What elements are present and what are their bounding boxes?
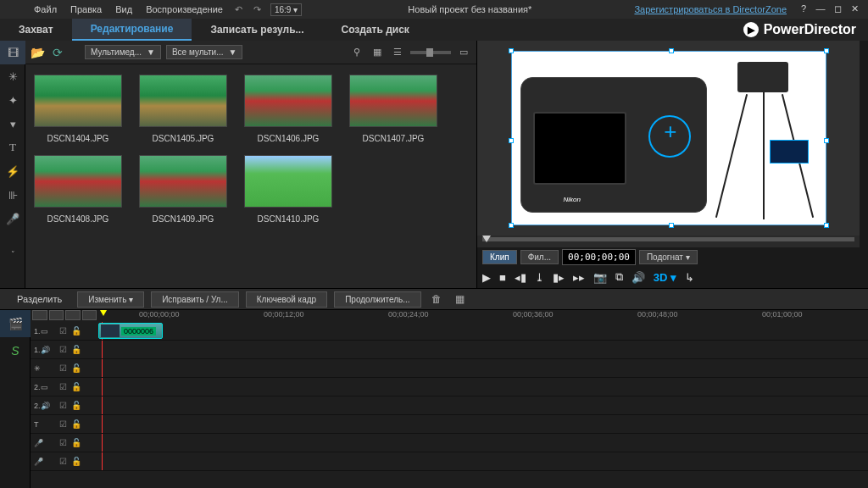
media-thumb[interactable]: DSCN1408.JPG <box>34 155 122 224</box>
media-thumb[interactable]: DSCN1409.JPG <box>139 155 227 224</box>
play-icon[interactable]: ▶ <box>482 271 491 284</box>
lock-icon[interactable]: 🔓 <box>71 438 81 448</box>
timeline-view-3[interactable] <box>65 310 81 320</box>
volume-icon[interactable]: 🔊 <box>632 271 645 284</box>
visibility-icon[interactable]: ☑ <box>58 326 68 336</box>
room-voice[interactable]: 🎤 <box>0 207 25 230</box>
thumbnail-size-slider[interactable] <box>410 51 451 54</box>
minimize-icon[interactable]: — <box>814 3 827 15</box>
library-filter-dropdown[interactable]: Все мульти...▼ <box>166 45 242 59</box>
room-media[interactable]: 🎞 <box>0 41 25 64</box>
lock-icon[interactable]: 🔓 <box>71 419 81 430</box>
media-thumb[interactable]: DSCN1407.JPG <box>349 75 437 143</box>
menu-file[interactable]: Файл <box>27 4 64 14</box>
library-category-dropdown[interactable]: Мультимед...▼ <box>85 45 161 59</box>
visibility-icon[interactable]: ☑ <box>58 382 68 392</box>
undo-icon[interactable]: ↶ <box>231 2 247 17</box>
visibility-icon[interactable]: ☑ <box>58 363 68 374</box>
lock-icon[interactable]: 🔓 <box>71 382 81 392</box>
lock-icon[interactable]: 🔓 <box>71 457 81 467</box>
track-header[interactable]: 🎤☑🔓 <box>31 452 98 471</box>
slideshow-mode-icon[interactable]: S <box>0 337 31 364</box>
more-options-icon[interactable]: ▦ <box>452 293 468 305</box>
library-menu-icon[interactable]: ▭ <box>456 45 471 60</box>
directorzone-link[interactable]: Зарегистрироваться в DirectorZone <box>634 4 787 14</box>
close-icon[interactable]: ✕ <box>848 3 861 15</box>
track-header[interactable]: 1.🔊☑🔓 <box>31 341 98 359</box>
menu-edit[interactable]: Правка <box>64 4 108 14</box>
selected-clip-frame[interactable]: + Nikon <box>511 51 826 225</box>
timeline-view-2[interactable] <box>49 310 64 320</box>
trash-icon[interactable]: 🗑 <box>428 293 445 305</box>
tab-capture[interactable]: Захват <box>0 19 72 41</box>
search-icon[interactable]: ⚲ <box>349 45 364 60</box>
maximize-icon[interactable]: ◻ <box>831 3 844 15</box>
refresh-icon[interactable]: ⟳ <box>53 46 70 59</box>
keyframe-button[interactable]: Ключевой кадр <box>246 291 327 308</box>
stop-icon[interactable]: ■ <box>499 271 506 284</box>
snapshot-icon[interactable]: 📷 <box>593 271 607 284</box>
prev-frame-icon[interactable]: ◂▮ <box>515 271 526 284</box>
lock-icon[interactable]: 🔓 <box>71 363 81 374</box>
menu-view[interactable]: Вид <box>108 4 139 14</box>
duration-button[interactable]: Продолжитель... <box>334 291 420 308</box>
split-button[interactable]: Разделить <box>8 294 70 304</box>
media-thumb[interactable]: DSCN1406.JPG <box>244 75 332 143</box>
preview-mode-clip[interactable]: Клип <box>482 250 517 264</box>
media-thumb[interactable]: DSCN1410.JPG <box>244 155 332 224</box>
lock-icon[interactable]: 🔓 <box>71 345 81 355</box>
import-folder-icon[interactable]: 📂 <box>31 46 47 59</box>
menu-playback[interactable]: Воспроизведение <box>139 4 230 14</box>
track-header[interactable]: 1.▭☑🔓 <box>31 322 98 341</box>
visibility-icon[interactable]: ☑ <box>58 401 68 411</box>
room-audio-mix[interactable]: ⊪ <box>0 183 25 207</box>
track-header[interactable]: 🎤☑🔓 <box>31 434 98 452</box>
room-pip[interactable]: ✦ <box>0 88 25 112</box>
redo-icon[interactable]: ↷ <box>250 2 265 17</box>
visibility-icon[interactable]: ☑ <box>58 419 68 430</box>
preview-canvas[interactable]: + Nikon <box>477 41 860 236</box>
room-transition[interactable]: ⚡ <box>0 159 25 183</box>
room-title[interactable]: T <box>0 136 25 159</box>
aspect-ratio-selector[interactable]: 16:9 ▾ <box>270 3 302 16</box>
fit-button[interactable]: Подогнат ▾ <box>639 250 698 264</box>
room-fx[interactable]: ✳ <box>0 64 25 88</box>
fast-forward-icon[interactable]: ▸▸ <box>573 271 585 284</box>
preview-mode-film[interactable]: Фил... <box>520 250 559 264</box>
room-particle[interactable]: ▾ <box>0 112 25 136</box>
undock-icon[interactable]: ↳ <box>685 271 694 284</box>
modify-button[interactable]: Изменить ▾ <box>77 291 144 308</box>
display-icon[interactable]: ⧉ <box>615 270 623 284</box>
lock-icon[interactable]: 🔓 <box>71 326 81 336</box>
step-icon[interactable]: ⤓ <box>535 271 544 284</box>
tab-edit[interactable]: Редактирование <box>72 19 192 41</box>
preview-scrubber[interactable] <box>477 236 860 247</box>
help-icon[interactable]: ? <box>797 3 810 15</box>
timeline-view-4[interactable] <box>82 310 97 320</box>
room-more[interactable]: ˅ <box>0 242 25 266</box>
media-thumb[interactable]: DSCN1404.JPG <box>34 75 122 143</box>
media-thumb[interactable]: DSCN1405.JPG <box>139 75 227 143</box>
timecode-display[interactable]: 00;00;00;00 <box>562 249 636 265</box>
track-content-area[interactable]: 0000006 <box>98 322 868 471</box>
3d-button[interactable]: 3D ▾ <box>654 271 676 284</box>
track-header[interactable]: T☑🔓 <box>31 415 98 434</box>
list-view-icon[interactable]: ☰ <box>390 45 405 60</box>
timeline-view-1[interactable] <box>32 310 47 320</box>
playhead-icon[interactable] <box>100 310 107 316</box>
track-header[interactable]: ✳☑🔓 <box>31 359 98 378</box>
timeline-clip[interactable]: 0000006 <box>98 323 163 339</box>
track-header[interactable]: 2.▭☑🔓 <box>31 378 98 396</box>
grid-view-icon[interactable]: ▦ <box>370 45 385 60</box>
tab-disc[interactable]: Создать диск <box>323 19 428 41</box>
lock-icon[interactable]: 🔓 <box>71 401 81 411</box>
fix-enhance-button[interactable]: Исправить / Ул... <box>151 291 239 308</box>
visibility-icon[interactable]: ☑ <box>58 438 68 448</box>
movie-mode-icon[interactable]: 🎬 <box>0 310 31 337</box>
track-header[interactable]: 2.🔊☑🔓 <box>31 396 98 415</box>
tab-produce[interactable]: Записать резуль... <box>192 19 322 41</box>
next-frame-icon[interactable]: ▮▸ <box>553 271 565 284</box>
time-ruler[interactable]: 00;00;00;00 00;00;12;00 00;00;24;00 00;0… <box>98 310 868 322</box>
visibility-icon[interactable]: ☑ <box>58 457 68 467</box>
visibility-icon[interactable]: ☑ <box>58 345 68 355</box>
